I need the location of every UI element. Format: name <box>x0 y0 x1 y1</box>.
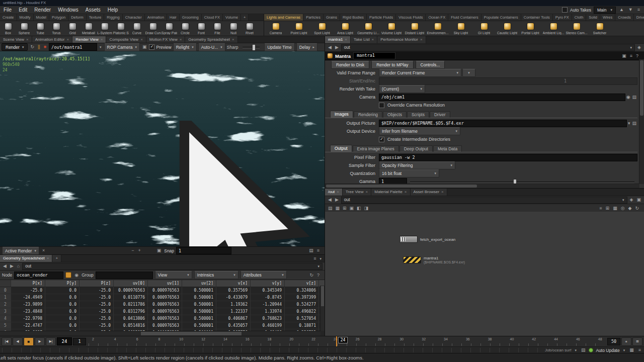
render-with-take-select[interactable]: (Current) ▾ <box>379 85 425 93</box>
shelf-tool[interactable]: Volume Light <box>380 21 403 36</box>
shelf-tool[interactable]: Environmen... <box>426 21 449 36</box>
pane-tab[interactable]: Material Palette × <box>371 189 410 196</box>
render-action-button[interactable]: Controls... <box>416 61 445 69</box>
rop-camera-select[interactable]: ROP Camera ▾ <box>104 43 140 51</box>
cell[interactable]: -25.0 <box>79 315 114 322</box>
cell[interactable]: 0.000976563 <box>148 294 182 301</box>
pixel-filter-field[interactable]: gaussian -w 2 <box>379 154 637 161</box>
close-icon[interactable]: × <box>232 36 234 43</box>
delay-select[interactable]: Delay ▸ <box>296 43 317 51</box>
chevron-down-icon[interactable]: ▾ <box>318 257 323 260</box>
nav-forward-icon[interactable]: ▶ <box>9 264 15 268</box>
zoom-out-icon[interactable]: − <box>130 248 135 253</box>
add-node-icon[interactable]: ⊞ <box>342 206 348 211</box>
node-field[interactable]: ocean_render <box>14 272 63 279</box>
grid-toggle-icon[interactable]: ▦ <box>612 206 618 211</box>
column-header[interactable]: P[x] <box>11 280 45 287</box>
window-titlebar[interactable]: untitled.hip - Houdini FX <box>0 0 644 6</box>
frame-all-icon[interactable]: ◆ <box>627 206 633 211</box>
pane-tab[interactable]: Performance Monitor × <box>377 36 426 43</box>
folder-tab[interactable]: Images <box>330 111 353 118</box>
shelf-tab[interactable]: Particles <box>303 14 324 21</box>
shelf-tab[interactable]: Wires <box>600 14 615 21</box>
stop-button[interactable]: ■ <box>24 337 34 346</box>
shelf-tab[interactable]: Volume <box>223 14 241 21</box>
column-header[interactable]: P[y] <box>45 280 79 287</box>
cell[interactable]: -24.4949 <box>11 294 45 301</box>
cell[interactable]: 0.000976563 <box>114 287 148 294</box>
snapshot-icon[interactable]: ▣ <box>141 45 148 49</box>
presets-menu-icon[interactable]: ≡ <box>629 54 633 58</box>
refresh-icon[interactable]: ↻ <box>308 273 314 278</box>
shelf-tab[interactable]: Lights and Cameras <box>264 14 303 21</box>
cell[interactable]: 0.18871 <box>285 322 319 329</box>
parameters-horizontal-scrollbar[interactable] <box>325 184 639 188</box>
end-frame-field[interactable]: 50 <box>607 338 620 345</box>
render-viewport[interactable]: /out/mantra1(raytrace)-20.45.15[1] 960x5… <box>0 51 325 246</box>
folder-tab[interactable]: Output <box>330 145 352 152</box>
pane-tab[interactable]: Asset Browser × <box>411 189 447 196</box>
cell[interactable]: 0.524277 <box>285 301 319 308</box>
cell[interactable]: -25.0 <box>79 294 114 301</box>
shelf-tool[interactable]: Stereo Cam... <box>565 21 588 36</box>
flags-icon[interactable]: ◨ <box>363 206 370 211</box>
folder-tab[interactable]: Deep Output <box>399 145 433 152</box>
cell[interactable]: -25.0 <box>79 301 114 308</box>
shelf-tab[interactable]: Texture <box>87 14 105 21</box>
view-options-icon[interactable]: ≡ <box>316 248 320 253</box>
group-field[interactable] <box>96 272 153 279</box>
close-icon[interactable]: × <box>420 36 423 43</box>
chevron-down-icon[interactable]: ▾ <box>627 121 631 126</box>
table-row[interactable]: 3 -23.4848 0.0 -25.0 0.0312796 0.0009765… <box>0 308 325 315</box>
shelf-tab[interactable]: Deform <box>68 14 87 21</box>
shelf-tool[interactable]: Torus <box>48 21 64 36</box>
shelf-tab[interactable]: Cloth <box>572 14 587 21</box>
valid-frame-range-select[interactable]: Render Current Frame ▾ <box>379 69 461 77</box>
take-down-icon[interactable]: ▼ <box>627 8 634 12</box>
shelf-tool[interactable]: Caustic Light <box>496 21 519 36</box>
pane-tab[interactable]: Scene View × <box>0 36 32 43</box>
cell[interactable]: -25.0 <box>79 287 114 294</box>
shelf-tab[interactable]: Crowds <box>615 14 633 21</box>
cell[interactable]: 1.33974 <box>251 308 285 315</box>
node-mantra1[interactable]: mantra1 ($HIPNAME.$OS.$F4.exr) <box>403 256 465 264</box>
refresh-icon[interactable]: ↻ <box>634 206 640 211</box>
cell[interactable]: 0.406867 <box>216 315 251 322</box>
nav-forward-icon[interactable]: ▶ <box>334 45 340 50</box>
shelf-tab[interactable]: Modify <box>17 14 34 21</box>
cell[interactable]: 0.500001 <box>182 294 216 301</box>
cell[interactable]: -25.0 <box>79 308 114 315</box>
shelf-tab[interactable]: Populate Containers <box>481 14 521 21</box>
close-icon[interactable]: × <box>366 189 368 196</box>
memory-icon[interactable]: ▦ <box>628 348 635 352</box>
folder-tab[interactable]: Extra Image Planes <box>353 145 399 152</box>
shelf-tool[interactable]: Point Light <box>287 21 310 36</box>
zoom-in-icon[interactable]: + <box>137 248 141 253</box>
shelf-tool[interactable]: Camera <box>264 21 287 36</box>
shelf-tool[interactable]: Spot Light <box>310 21 334 36</box>
snapshot-view-icon[interactable]: ▣ <box>349 206 355 211</box>
cell[interactable]: -22.4747 <box>11 322 45 329</box>
cell[interactable]: -25.0 <box>11 287 45 294</box>
badges-icon[interactable]: ▦ <box>335 206 341 211</box>
take-up-icon[interactable]: ▲ <box>618 8 625 12</box>
table-row[interactable]: 5 -22.4747 0.0 -25.0 0.0514816 0.0009765… <box>0 322 325 329</box>
sharpness-slider[interactable] <box>243 44 260 50</box>
cell[interactable]: 0.0 <box>45 315 79 322</box>
cell[interactable]: 1.19362 <box>216 301 251 308</box>
shelf-tool[interactable]: Geometry Li... <box>357 21 380 36</box>
snapshot-camera-icon[interactable]: ▣ <box>156 248 163 253</box>
preview-checkbox[interactable]: ✓ <box>149 44 154 50</box>
pane-tab[interactable]: Geometry Spreadsheet × <box>0 255 52 262</box>
chevron-down-icon[interactable]: ▾ <box>574 348 578 352</box>
file-chooser-icon[interactable]: ▤ <box>631 121 637 126</box>
current-frame-field[interactable]: 24 <box>57 337 72 345</box>
network-canvas[interactable]: fetch_export_ocean mantra1 ($HIPNAME.$OS… <box>325 212 644 336</box>
help-icon[interactable]: ? <box>635 54 639 58</box>
pane-tab[interactable]: Tree View × <box>343 189 371 196</box>
close-icon[interactable]: × <box>337 189 339 196</box>
cell[interactable]: 0.0312796 <box>114 308 148 315</box>
camera-path-field[interactable]: /obj/cam1 <box>379 94 625 101</box>
nav-back-icon[interactable]: ◀ <box>2 264 8 268</box>
shelf-tab[interactable]: Hair <box>167 14 180 21</box>
